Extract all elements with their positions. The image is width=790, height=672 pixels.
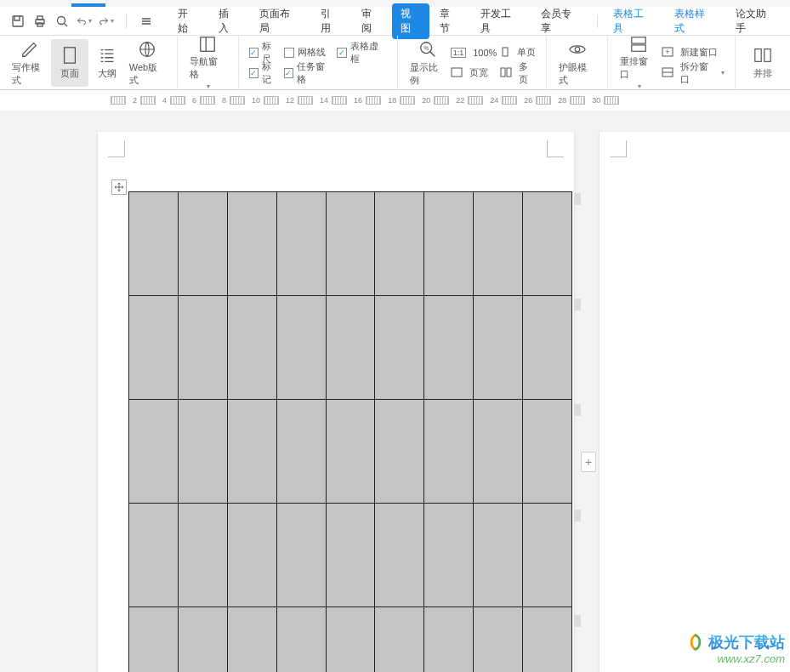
zoom-100-icon: 1:1 xyxy=(451,48,467,58)
zoom-100-button[interactable]: 1:1100% xyxy=(451,44,497,61)
document-table[interactable] xyxy=(128,191,572,672)
single-page-button[interactable]: 单页 xyxy=(500,44,536,61)
multi-page-button[interactable]: 多页 xyxy=(500,65,536,82)
tab-member[interactable]: 会员专享 xyxy=(531,2,592,41)
tab-dev-tools[interactable]: 开发工具 xyxy=(470,2,531,41)
table-row[interactable] xyxy=(129,504,572,607)
table-cell[interactable] xyxy=(375,296,424,400)
table-cell[interactable] xyxy=(276,504,326,607)
table-cell[interactable] xyxy=(129,607,179,673)
rearrange-button[interactable]: 重排窗口 xyxy=(617,39,660,87)
table-cell[interactable] xyxy=(375,504,424,607)
page-width-button[interactable]: 页宽 xyxy=(451,65,497,82)
table-row[interactable] xyxy=(129,607,572,673)
table-cell[interactable] xyxy=(523,607,572,673)
row-marker[interactable] xyxy=(574,193,581,205)
row-marker[interactable] xyxy=(574,510,581,521)
table-cell[interactable] xyxy=(227,400,276,504)
preview-icon[interactable] xyxy=(54,14,70,29)
table-cell[interactable] xyxy=(227,192,276,296)
ruler-checkbox[interactable]: 标尺 xyxy=(249,44,281,61)
zoom-ratio-button[interactable]: % 显示比例 xyxy=(406,39,449,87)
table-cell[interactable] xyxy=(424,192,474,296)
web-view-button[interactable]: Web版式 xyxy=(126,39,168,87)
split-window-button[interactable]: 拆分窗口 xyxy=(662,65,725,82)
table-cell[interactable] xyxy=(227,504,276,607)
table-cell[interactable] xyxy=(375,400,424,504)
undo-icon[interactable] xyxy=(77,14,92,29)
table-row[interactable] xyxy=(129,296,572,400)
tab-table-style[interactable]: 表格样式 xyxy=(664,2,725,41)
tab-chapter[interactable]: 章节 xyxy=(429,2,470,41)
tab-page-layout[interactable]: 页面布局 xyxy=(249,2,310,41)
table-frame-checkbox[interactable]: 表格虚框 xyxy=(337,44,386,61)
row-marker[interactable] xyxy=(574,299,581,310)
table-cell[interactable] xyxy=(178,400,227,504)
gridlines-checkbox[interactable]: 网格线 xyxy=(284,44,333,61)
tab-review[interactable]: 审阅 xyxy=(351,2,392,41)
row-marker[interactable] xyxy=(574,404,581,416)
print-icon[interactable] xyxy=(32,14,48,29)
table-cell[interactable] xyxy=(375,192,424,296)
write-mode-button[interactable]: 写作模式 xyxy=(9,39,51,87)
new-window-button[interactable]: +新建窗口 xyxy=(662,44,725,61)
side-by-side-button[interactable]: 并排 xyxy=(744,39,781,87)
row-marker[interactable] xyxy=(574,615,581,627)
table-cell[interactable] xyxy=(227,296,276,400)
table-cell[interactable] xyxy=(227,607,276,673)
marks-checkbox[interactable]: 标记 xyxy=(249,65,281,82)
table-cell[interactable] xyxy=(276,192,326,296)
tab-view[interactable]: 视图 xyxy=(392,3,429,39)
table-cell[interactable] xyxy=(474,296,523,400)
outline-button[interactable]: 大纲 xyxy=(88,39,126,87)
table-cell[interactable] xyxy=(424,296,474,400)
document-page-2[interactable] xyxy=(600,132,790,672)
table-cell[interactable] xyxy=(129,504,179,607)
table-cell[interactable] xyxy=(178,607,227,673)
table-cell[interactable] xyxy=(129,192,179,296)
table-cell[interactable] xyxy=(424,607,474,673)
eye-protect-button[interactable]: 护眼模式 xyxy=(555,39,599,87)
table-move-handle[interactable] xyxy=(111,179,127,195)
redo-icon[interactable] xyxy=(99,14,114,29)
table-cell[interactable] xyxy=(129,296,179,400)
table-cell[interactable] xyxy=(178,296,227,400)
table-cell[interactable] xyxy=(326,504,375,607)
table-cell[interactable] xyxy=(326,296,375,400)
page-view-button[interactable]: 页面 xyxy=(51,39,88,87)
add-row-button[interactable]: + xyxy=(581,452,596,472)
save-icon[interactable] xyxy=(10,14,26,29)
table-cell[interactable] xyxy=(474,192,523,296)
table-cell[interactable] xyxy=(523,192,572,296)
table-cell[interactable] xyxy=(523,296,572,400)
active-doc-indicator xyxy=(71,3,105,7)
marks-label: 标记 xyxy=(262,60,280,86)
table-cell[interactable] xyxy=(326,192,375,296)
eye-protect-label: 护眼模式 xyxy=(559,61,595,87)
table-row[interactable] xyxy=(129,400,572,504)
table-row[interactable] xyxy=(129,192,572,296)
table-cell[interactable] xyxy=(375,607,424,673)
tab-reference[interactable]: 引用 xyxy=(310,2,351,41)
tab-thesis[interactable]: 论文助手 xyxy=(725,2,787,41)
menu-dropdown-icon[interactable] xyxy=(139,14,154,29)
table-cell[interactable] xyxy=(523,504,572,607)
table-cell[interactable] xyxy=(523,400,572,504)
table-cell[interactable] xyxy=(326,400,375,504)
table-cell[interactable] xyxy=(474,607,523,673)
table-cell[interactable] xyxy=(129,400,179,504)
table-cell[interactable] xyxy=(474,400,523,504)
table-cell[interactable] xyxy=(276,607,326,673)
task-pane-checkbox[interactable]: 任务窗格 xyxy=(284,65,333,82)
table-cell[interactable] xyxy=(424,400,474,504)
table-cell[interactable] xyxy=(276,400,326,504)
table-cell[interactable] xyxy=(424,504,474,607)
table-cell[interactable] xyxy=(474,504,523,607)
table-cell[interactable] xyxy=(178,192,227,296)
table-cell[interactable] xyxy=(276,296,326,400)
document-page-1[interactable]: + xyxy=(98,132,574,672)
table-cell[interactable] xyxy=(178,504,227,607)
horizontal-ruler[interactable]: 24681012141618202224262830 xyxy=(0,90,790,111)
table-cell[interactable] xyxy=(326,607,375,673)
nav-pane-button[interactable]: 导航窗格 xyxy=(186,39,230,87)
